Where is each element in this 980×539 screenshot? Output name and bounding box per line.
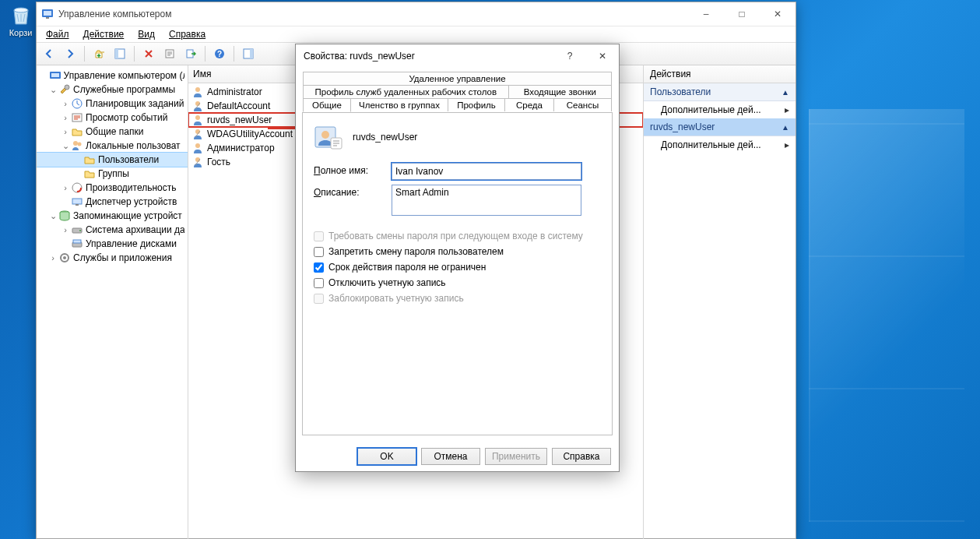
properties-button[interactable] bbox=[160, 44, 179, 63]
tree-root[interactable]: Управление компьютером (л bbox=[37, 69, 188, 83]
svg-point-33 bbox=[195, 143, 200, 148]
tree-scheduler[interactable]: ›Планировщик заданий bbox=[37, 97, 188, 111]
close-button[interactable]: ✕ bbox=[760, 2, 796, 26]
disk-icon bbox=[71, 238, 83, 250]
help-button[interactable]: ? bbox=[210, 44, 229, 63]
dialog-close-button[interactable]: ✕ bbox=[586, 44, 619, 68]
tab-general[interactable]: Общие bbox=[303, 98, 351, 112]
svg-point-38 bbox=[321, 131, 329, 139]
nav-back-button[interactable] bbox=[40, 44, 58, 63]
input-description[interactable] bbox=[392, 185, 581, 216]
menu-view[interactable]: Вид bbox=[132, 27, 161, 41]
input-fullname[interactable] bbox=[392, 163, 581, 180]
user-icon bbox=[191, 86, 204, 98]
check-account-disabled[interactable]: Отключить учетную запись bbox=[314, 277, 601, 288]
device-icon bbox=[71, 196, 83, 208]
tab-incoming-calls[interactable]: Входящие звонки bbox=[509, 85, 612, 98]
menu-file[interactable]: Файл bbox=[40, 27, 76, 41]
svg-rect-2 bbox=[44, 11, 51, 16]
maximize-button[interactable]: □ bbox=[724, 2, 760, 26]
svg-point-31 bbox=[195, 115, 200, 120]
tab-remote-management[interactable]: Удаленное управление bbox=[303, 72, 612, 85]
actions-section-user[interactable]: ruvds_newUser▲ bbox=[644, 118, 796, 136]
tree-devmgr[interactable]: Диспетчер устройств bbox=[37, 195, 188, 209]
svg-point-17 bbox=[73, 141, 78, 146]
actions-section-users[interactable]: Пользователи▲ bbox=[644, 83, 796, 101]
dialog-help-button[interactable]: ? bbox=[553, 44, 586, 68]
tree-storage[interactable]: ⌄Запоминающие устройст bbox=[37, 209, 188, 223]
collapse-icon: ▲ bbox=[782, 123, 789, 132]
menu-help[interactable]: Справка bbox=[163, 27, 212, 41]
chevron-right-icon: ▸ bbox=[785, 104, 789, 115]
actions-pane: Действия Пользователи▲ Дополнительные де… bbox=[644, 65, 796, 539]
recycle-bin-desktop-icon[interactable]: Корзи bbox=[3, 4, 38, 37]
menu-bar: Файл Действие Вид Справка bbox=[37, 26, 796, 42]
tools-icon bbox=[58, 83, 71, 96]
dialog-username: ruvds_newUser bbox=[353, 132, 417, 143]
export-button[interactable] bbox=[181, 44, 200, 63]
check-account-locked: Заблокировать учетную запись bbox=[314, 293, 601, 304]
actions-more-users[interactable]: Дополнительные дей...▸ bbox=[644, 101, 796, 118]
ok-button[interactable]: OK bbox=[357, 448, 416, 465]
cancel-button[interactable]: Отмена bbox=[421, 448, 480, 465]
menu-action[interactable]: Действие bbox=[77, 27, 131, 41]
actions-pane-button[interactable] bbox=[239, 44, 258, 63]
help-button[interactable]: Справка bbox=[552, 448, 611, 465]
user-icon bbox=[191, 114, 204, 126]
services-icon bbox=[58, 252, 71, 264]
check-must-change-password: Требовать смены пароля при следующем вхо… bbox=[314, 231, 601, 241]
show-hide-tree-button[interactable] bbox=[111, 44, 129, 63]
computer-icon bbox=[49, 69, 61, 82]
tab-sessions[interactable]: Сеансы bbox=[554, 98, 612, 111]
backup-icon bbox=[71, 224, 83, 236]
actions-more-user[interactable]: Дополнительные дей...▸ bbox=[644, 136, 796, 153]
svg-rect-3 bbox=[46, 17, 49, 19]
shared-folder-icon bbox=[71, 125, 83, 138]
tab-membership[interactable]: Членство в группах bbox=[351, 98, 448, 111]
titlebar[interactable]: Управление компьютером – □ ✕ bbox=[37, 2, 796, 26]
tree-perf[interactable]: ›Производительность bbox=[37, 181, 188, 195]
svg-point-28 bbox=[63, 256, 66, 259]
tree-diskmgr[interactable]: Управление дисками bbox=[37, 237, 188, 251]
tabs: Удаленное управление Профиль служб удале… bbox=[302, 71, 613, 112]
user-properties-dialog: Свойства: ruvds_newUser ? ✕ Удаленное уп… bbox=[295, 44, 620, 472]
apply-button[interactable]: Применить bbox=[485, 448, 547, 465]
collapse-icon: ▲ bbox=[782, 88, 789, 97]
navigation-tree[interactable]: Управление компьютером (л ⌄Служебные про… bbox=[37, 65, 188, 539]
tab-environment[interactable]: Среда bbox=[505, 98, 554, 111]
svg-rect-26 bbox=[73, 240, 81, 243]
check-password-never-expires[interactable]: Срок действия пароля не ограничен bbox=[314, 262, 601, 273]
tab-page-general: ruvds_newUser Полное имя: Описание: Треб… bbox=[302, 112, 613, 435]
actions-header: Действия bbox=[644, 65, 796, 83]
nav-up-button[interactable] bbox=[90, 44, 108, 63]
check-cannot-change-password[interactable]: Запретить смену пароля пользователем bbox=[314, 246, 601, 257]
svg-rect-13 bbox=[51, 73, 59, 77]
tree-eventviewer[interactable]: ›Просмотр событий bbox=[37, 111, 188, 125]
window-title: Управление компьютером bbox=[58, 9, 688, 19]
delete-button[interactable] bbox=[139, 44, 158, 63]
minimize-button[interactable]: – bbox=[688, 2, 724, 26]
nav-forward-button[interactable] bbox=[61, 44, 79, 63]
dialog-titlebar[interactable]: Свойства: ruvds_newUser ? ✕ bbox=[296, 44, 619, 68]
tab-profile[interactable]: Профиль bbox=[448, 98, 505, 111]
tree-groups[interactable]: Группы bbox=[37, 167, 188, 181]
svg-point-0 bbox=[14, 8, 28, 12]
folder-icon bbox=[83, 167, 96, 180]
tree-utilities[interactable]: ⌄Служебные программы bbox=[37, 83, 188, 97]
tree-services[interactable]: ›Службы и приложения bbox=[37, 251, 188, 265]
user-large-icon bbox=[314, 122, 343, 152]
recycle-bin-icon bbox=[8, 4, 34, 27]
label-fullname: Полное имя: bbox=[314, 163, 392, 176]
clock-icon bbox=[71, 97, 83, 110]
app-icon bbox=[41, 7, 54, 22]
svg-point-14 bbox=[65, 85, 69, 90]
tree-backup[interactable]: ›Система архивации да bbox=[37, 223, 188, 237]
tree-users[interactable]: Пользователи bbox=[37, 153, 188, 167]
folder-icon bbox=[83, 153, 96, 166]
dialog-title: Свойства: ruvds_newUser bbox=[304, 51, 553, 62]
tree-localusers[interactable]: ⌄Локальные пользоват bbox=[37, 139, 188, 153]
tab-rd-profile[interactable]: Профиль служб удаленных рабочих столов bbox=[303, 85, 509, 98]
event-icon bbox=[71, 111, 83, 124]
tree-sharedfolders[interactable]: ›Общие папки bbox=[37, 125, 188, 139]
recycle-bin-label: Корзи bbox=[3, 28, 38, 37]
